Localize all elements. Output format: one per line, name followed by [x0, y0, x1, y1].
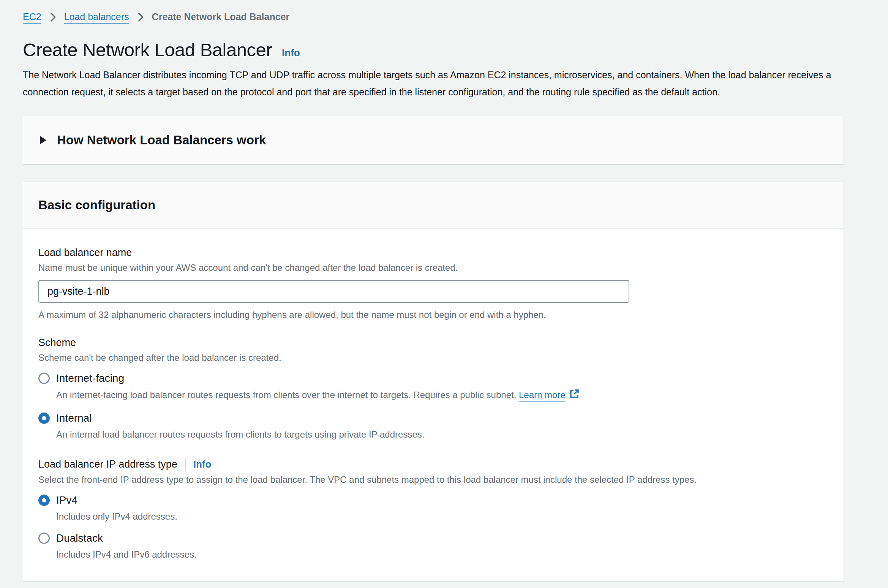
lb-name-input[interactable] — [38, 280, 629, 303]
ip-address-type-info-link[interactable]: Info — [193, 458, 212, 470]
breadcrumb-current-page: Create Network Load Balancer — [152, 11, 290, 22]
dualstack-description: Includes IPv4 and IPv6 addresses. — [56, 548, 828, 561]
expander-title: How Network Load Balancers work — [57, 133, 266, 147]
internal-description: An internal load balancer routes request… — [56, 428, 828, 441]
lb-name-label: Load balancer name — [38, 247, 828, 259]
breadcrumb-link-ec2[interactable]: EC2 — [23, 11, 41, 22]
how-it-works-expander[interactable]: How Network Load Balancers work — [23, 116, 844, 164]
lb-name-field: Load balancer name Name must be unique w… — [38, 247, 828, 320]
basic-configuration-title: Basic configuration — [38, 198, 155, 212]
page-description: The Network Load Balancer distributes in… — [23, 66, 844, 101]
basic-configuration-header: Basic configuration — [23, 182, 844, 229]
ipv4-description: Includes only IPv4 addresses. — [56, 510, 828, 523]
ip-address-type-field: Load balancer IP address type Info Selec… — [38, 458, 828, 561]
internet-facing-description: An internet-facing load balancer routes … — [56, 388, 828, 403]
learn-more-link[interactable]: Learn more — [519, 390, 566, 400]
lb-name-help: Name must be unique within your AWS acco… — [38, 262, 828, 273]
radio-button-icon[interactable] — [38, 495, 50, 506]
basic-configuration-card: Basic configuration Load balancer name N… — [23, 182, 844, 582]
ip-type-option-dualstack: Dualstack Includes IPv4 and IPv6 address… — [38, 532, 828, 561]
create-nlb-page: EC2 Load balancers Create Network Load B… — [0, 0, 888, 582]
breadcrumb-link-load-balancers[interactable]: Load balancers — [64, 11, 129, 22]
expander-caret-icon — [40, 136, 46, 144]
breadcrumb-chevron-icon — [137, 12, 144, 22]
internal-radio[interactable]: Internal — [38, 412, 828, 424]
title-info-link[interactable]: Info — [282, 47, 300, 59]
internet-facing-radio-label[interactable]: Internet-facing — [56, 372, 124, 384]
dualstack-radio-label[interactable]: Dualstack — [56, 532, 103, 544]
breadcrumb-chevron-icon — [49, 12, 57, 22]
internal-radio-label[interactable]: Internal — [56, 412, 92, 424]
lb-name-constraint: A maximum of 32 alphanumeric characters … — [38, 310, 828, 320]
breadcrumb: EC2 Load balancers Create Network Load B… — [23, 11, 844, 22]
dualstack-radio[interactable]: Dualstack — [38, 532, 828, 544]
ip-address-type-help: Select the front-end IP address type to … — [38, 474, 828, 485]
label-divider — [185, 458, 186, 471]
scheme-help: Scheme can't be changed after the load b… — [38, 352, 828, 363]
internet-facing-radio[interactable]: Internet-facing — [38, 372, 828, 384]
external-link-icon — [569, 388, 580, 403]
basic-configuration-body: Load balancer name Name must be unique w… — [23, 229, 844, 582]
radio-button-icon[interactable] — [38, 533, 50, 544]
page-title: Create Network Load Balancer — [23, 39, 272, 60]
ipv4-radio-label[interactable]: IPv4 — [56, 494, 77, 506]
scheme-field: Scheme Scheme can't be changed after the… — [38, 337, 828, 441]
radio-button-icon[interactable] — [38, 373, 50, 384]
ipv4-radio[interactable]: IPv4 — [38, 494, 828, 506]
scheme-label: Scheme — [38, 337, 828, 349]
scheme-option-internal: Internal An internal load balancer route… — [38, 412, 828, 441]
ip-type-option-ipv4: IPv4 Includes only IPv4 addresses. — [38, 494, 828, 523]
radio-button-icon[interactable] — [38, 413, 50, 424]
scheme-option-internet-facing: Internet-facing An internet-facing load … — [38, 372, 828, 403]
ip-address-type-label: Load balancer IP address type — [38, 458, 177, 470]
